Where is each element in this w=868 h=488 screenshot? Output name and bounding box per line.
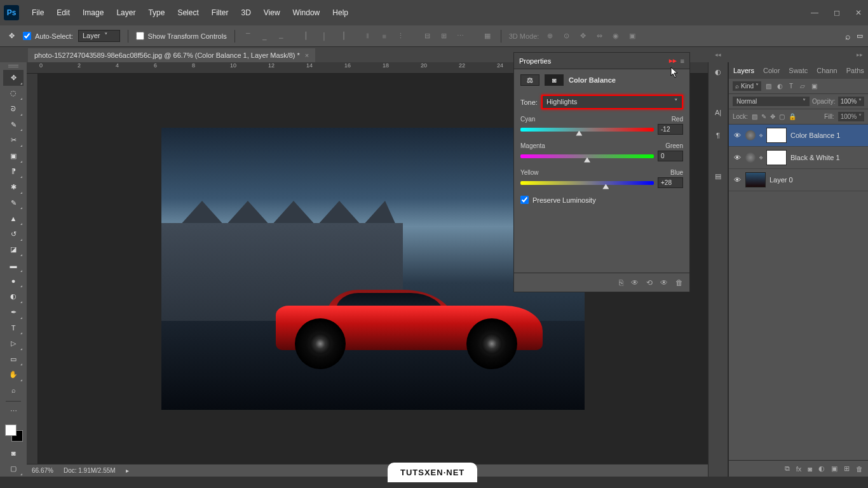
filter-type-icon[interactable]: T [787,82,796,91]
fill-value[interactable]: 100% ˅ [838,112,864,121]
menu-edit[interactable]: Edit [51,6,75,20]
layer-mask-icon[interactable]: ◙ [808,465,812,473]
preserve-luminosity-checkbox[interactable]: Preserve Luminosity [520,196,683,204]
menu-filter[interactable]: Filter [207,6,234,20]
align-right-icon[interactable]: ▕ [336,30,347,42]
toolbox-grip[interactable] [8,65,18,67]
slider-value-input[interactable]: 0 [658,151,683,161]
right-col-collapse[interactable]: ▸▸ [728,47,868,62]
link-layers-icon[interactable]: ⧉ [785,464,790,473]
color-swatches[interactable] [4,423,23,441]
align-left-icon[interactable]: ▏ [302,30,314,42]
eraser-tool[interactable]: ◪ [3,242,24,258]
pen-tool[interactable]: ✒ [3,304,24,320]
layer-row[interactable]: 👁 ⎆ Black & White 1 [729,147,868,169]
more-align-icon[interactable]: ⋯ [455,30,466,42]
layer-filter-kind[interactable]: ⌕ Kind ˅ [733,81,761,91]
clip-to-layer-icon[interactable]: ⎘ [619,278,623,287]
quick-select-tool[interactable]: ✎ [3,117,24,133]
path-select-tool[interactable]: ▷ [3,336,24,351]
tab-channels[interactable]: Chann [812,67,841,74]
new-layer-icon[interactable]: ⊞ [844,464,850,473]
layer-mask-thumb[interactable] [766,128,787,143]
slider-track[interactable] [520,181,654,185]
blur-tool[interactable]: ● [3,273,24,289]
show-transform-check[interactable] [136,32,144,40]
view-previous-icon[interactable]: 👁 [631,278,639,287]
filter-smart-icon[interactable]: ▣ [810,82,818,91]
tone-select[interactable]: Highlights˅ [541,95,683,109]
menu-help[interactable]: Help [327,6,353,20]
mid-col-collapse[interactable]: ◂◂ [708,47,728,62]
quick-mask-tool[interactable]: ◙ [3,445,24,461]
pan-icon[interactable]: ✥ [577,30,588,42]
document-tab[interactable]: photo-1527247043589-98e6ac08f56c.jpg @ 6… [28,48,315,62]
auto-select-target-select[interactable]: Layer ˅ [78,30,120,42]
distribute-3-icon[interactable]: ⋮ [395,30,407,42]
layer-mask-thumb[interactable] [766,150,787,165]
tab-color[interactable]: Color [759,67,784,74]
gradient-tool[interactable]: ▬ [3,257,24,273]
new-adjustment-icon[interactable]: ◐ [818,464,825,473]
layer-name[interactable]: Color Balance 1 [790,132,840,139]
ruler-vertical[interactable] [27,74,38,464]
menu-view[interactable]: View [259,6,285,20]
dodge-tool[interactable]: ◐ [3,288,24,304]
lock-move-icon[interactable]: ✥ [770,113,775,120]
layer-row[interactable]: 👁 ⎆ Color Balance 1 [729,125,868,147]
slider-thumb[interactable] [602,184,609,189]
panel-menu-icon[interactable]: ≡ [681,57,684,65]
slide-icon[interactable]: ⇔ [593,30,605,42]
stamp-tool[interactable]: ▲ [3,210,24,226]
roll-icon[interactable]: ⊙ [560,30,572,42]
status-arrow-icon[interactable]: ▸ [126,467,129,474]
menu-select[interactable]: Select [172,6,203,20]
menu-window[interactable]: Window [288,6,325,20]
marquee-tool[interactable]: ◌ [3,86,24,102]
hand-tool[interactable]: ✋ [3,367,24,383]
filter-pixel-icon[interactable]: ▨ [764,82,773,91]
distribute-spacing-icon[interactable]: ⊟ [422,30,433,42]
reset-icon[interactable]: ⟲ [646,278,653,287]
show-transform-checkbox[interactable]: Show Transform Controls [136,32,227,40]
layer-visibility-icon[interactable]: 👁 [733,154,742,161]
minimize-icon[interactable]: — [808,6,821,20]
menu-file[interactable]: File [27,6,49,20]
search-icon[interactable]: ⌕ [845,31,850,41]
libraries-panel-icon[interactable]: ▤ [711,169,725,183]
tab-swatches[interactable]: Swatc [784,67,812,74]
lock-position-icon[interactable]: ✎ [761,113,766,120]
layer-row[interactable]: 👁 Layer 0 [729,169,868,191]
blend-mode-select[interactable]: Normal˅ [733,97,810,106]
slider-value-input[interactable]: -12 [658,124,683,135]
slider-thumb[interactable] [584,158,590,163]
brush-tool[interactable]: ✎ [3,195,24,211]
tab-layers[interactable]: Layers [729,67,759,74]
layer-fx-icon[interactable]: fx [796,465,802,473]
lasso-tool[interactable]: ᘐ [3,101,24,117]
zoom-value[interactable]: 66.67% [32,467,53,474]
camera-icon[interactable]: ▣ [627,30,638,42]
new-group-icon[interactable]: ▣ [831,464,837,473]
slider-track[interactable] [520,128,654,132]
foreground-swatch[interactable] [5,424,17,436]
paragraph-panel-icon[interactable]: ¶ [711,128,725,142]
close-icon[interactable]: ✕ [853,6,864,20]
layer-name[interactable]: Layer 0 [770,176,793,184]
layer-thumb[interactable] [745,172,766,187]
layer-name[interactable]: Black & White 1 [790,154,840,161]
slider-thumb[interactable] [576,131,582,136]
crop-tool[interactable]: ✂ [3,132,24,148]
distribute-h-icon[interactable]: ⫴ [362,30,374,42]
tab-close-icon[interactable]: × [305,51,309,59]
align-top-icon[interactable]: ⎺ [243,30,254,42]
frame-tool[interactable]: ▣ [3,148,24,164]
adjustments-panel-icon[interactable]: ◐ [711,65,725,79]
lock-artboard-icon[interactable]: ▢ [779,113,785,120]
zoom-tool[interactable]: ⌕ [3,383,24,398]
preserve-check[interactable] [520,196,529,204]
menu-type[interactable]: Type [143,6,170,20]
auto-select-check[interactable] [23,32,31,40]
healing-tool[interactable]: ✱ [3,179,24,195]
maximize-icon[interactable]: ◻ [831,6,843,20]
